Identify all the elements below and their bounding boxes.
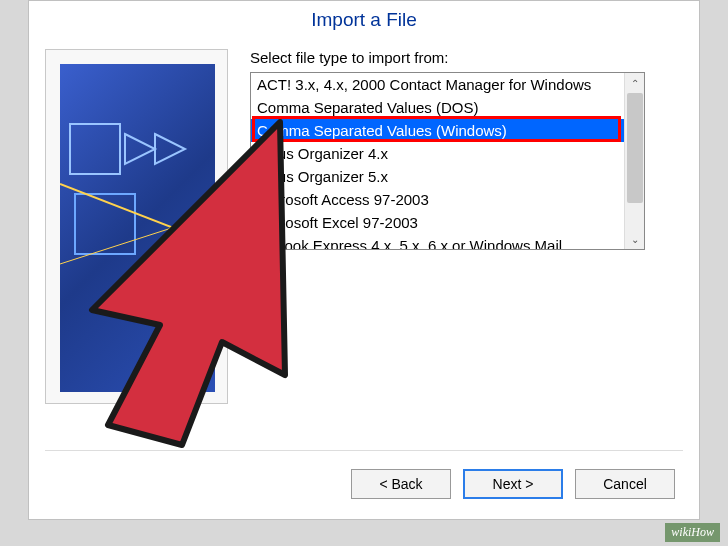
svg-marker-1 (125, 134, 155, 164)
scroll-down-icon[interactable]: ⌄ (625, 229, 645, 249)
import-file-dialog: Import a File Select file type to import… (28, 0, 700, 520)
listbox-scrollbar[interactable]: ⌃ ⌄ (624, 73, 644, 249)
list-item[interactable]: Microsoft Access 97-2003 (251, 188, 644, 211)
svg-line-5 (60, 214, 215, 264)
list-item[interactable]: Lotus Organizer 4.x (251, 142, 644, 165)
scroll-up-icon[interactable]: ⌃ (625, 73, 645, 93)
list-item-selected[interactable]: Comma Separated Values (Windows) (251, 119, 644, 142)
file-type-label: Select file type to import from: (250, 49, 683, 66)
watermark: wikiHow (665, 523, 720, 542)
dialog-content: Select file type to import from: ACT! 3.… (29, 49, 699, 404)
list-item[interactable]: Microsoft Excel 97-2003 (251, 211, 644, 234)
wizard-sidebar-image (45, 49, 228, 404)
file-type-list[interactable]: ACT! 3.x, 4.x, 2000 Contact Manager for … (251, 73, 644, 249)
svg-rect-3 (75, 194, 135, 254)
svg-line-4 (60, 184, 215, 244)
file-type-listbox[interactable]: ACT! 3.x, 4.x, 2000 Contact Manager for … (250, 72, 645, 250)
list-item[interactable]: Lotus Organizer 5.x (251, 165, 644, 188)
list-item[interactable]: Comma Separated Values (DOS) (251, 96, 644, 119)
main-panel: Select file type to import from: ACT! 3.… (250, 49, 683, 404)
list-item[interactable]: Outlook Express 4.x, 5.x, 6.x or Windows… (251, 234, 644, 249)
button-separator (45, 450, 683, 451)
cancel-button[interactable]: Cancel (575, 469, 675, 499)
wizard-graphic (60, 64, 215, 392)
back-button[interactable]: < Back (351, 469, 451, 499)
svg-marker-2 (155, 134, 185, 164)
next-button[interactable]: Next > (463, 469, 563, 499)
wizard-buttons: < Back Next > Cancel (351, 455, 675, 499)
svg-rect-0 (70, 124, 120, 174)
scroll-thumb[interactable] (627, 93, 643, 203)
dialog-title: Import a File (29, 1, 699, 49)
list-item[interactable]: ACT! 3.x, 4.x, 2000 Contact Manager for … (251, 73, 644, 96)
